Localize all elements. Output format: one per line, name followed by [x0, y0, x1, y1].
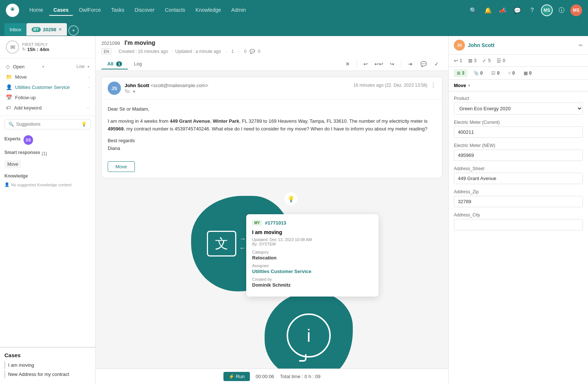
- assign-icon[interactable]: ⇥: [404, 59, 416, 69]
- email-icon: ✉: [6, 40, 19, 54]
- edit-icon[interactable]: ✏: [579, 43, 583, 48]
- search-icon[interactable]: 🔍: [467, 4, 479, 16]
- address-city-input[interactable]: [454, 219, 583, 230]
- email-actions: ✕ ↩ ↩↩ ↪ ⇥ 💬 ✓: [342, 57, 442, 71]
- email-header: 2021098 I'm moving EN · Created : 16 min…: [96, 36, 448, 71]
- cases-title: Cases: [4, 352, 91, 358]
- inbox-tab[interactable]: Inbox: [4, 23, 26, 36]
- add-keyword-item[interactable]: 🏷 Add keyword ···: [4, 103, 91, 113]
- panel-table-btn[interactable]: ▦ 0: [521, 69, 535, 77]
- popup-meta: Updated: Dec 13, 2023 10:08 AM By: SYSTE…: [252, 237, 373, 246]
- panel-grid-btn[interactable]: ⊞ 3: [454, 69, 467, 77]
- smart-response-move[interactable]: Move: [4, 160, 21, 168]
- followup-item[interactable]: 📅 Follow-up: [4, 92, 91, 103]
- action-sep-2: [401, 60, 401, 68]
- move-button[interactable]: Move: [108, 161, 135, 172]
- center-content: 2021098 I'm moving EN · Created : 16 min…: [96, 36, 448, 384]
- info-blob: i: [265, 291, 353, 369]
- email-subject: I'm moving: [125, 40, 155, 46]
- nav-contacts[interactable]: Contacts: [161, 5, 190, 16]
- panel-attach-btn[interactable]: 📎 0: [470, 69, 486, 77]
- tab-my-badge: MY: [32, 27, 41, 32]
- megaphone-icon[interactable]: 📣: [497, 4, 509, 16]
- greeting-text: Dear Sir or Madam,: [108, 105, 436, 113]
- popup-created-label: Created by: [252, 277, 373, 281]
- chat-icon[interactable]: 💬: [512, 4, 523, 16]
- nav-discover[interactable]: Discover: [130, 5, 159, 16]
- sender-avatar: JS: [108, 82, 121, 95]
- nav-cases[interactable]: Cases: [49, 5, 73, 16]
- address-zip-field: Address_Zip: [454, 189, 583, 207]
- user-avatar-2[interactable]: MS: [570, 4, 582, 16]
- svg-point-1: [11, 8, 12, 10]
- move-section: Move ▾: [449, 80, 588, 91]
- tab-close-icon[interactable]: ✕: [58, 27, 62, 32]
- main-layout: ✉ FIRST REPLY ↻ 15h : 44m ◇ Open ▾ Low ▾…: [0, 36, 588, 384]
- reply-icon[interactable]: ↩: [360, 59, 372, 69]
- tag-icon: 🏷: [6, 105, 11, 111]
- nav-knowledge[interactable]: Knowledge: [191, 5, 225, 16]
- contact-avatar: JS: [454, 40, 465, 51]
- user-avatar-1[interactable]: MS: [541, 4, 553, 16]
- more-options-icon[interactable]: ⋮: [430, 82, 436, 89]
- suggestions-input[interactable]: [16, 122, 79, 127]
- add-keyword-label: Add keyword: [14, 105, 83, 111]
- move-label: Move: [15, 74, 85, 80]
- case-item-2[interactable]: New Address for my contract: [4, 370, 91, 378]
- open-item[interactable]: ◇ Open ▾ Low ▾: [4, 61, 91, 72]
- active-case-tab[interactable]: MY 20298 ✕: [26, 23, 67, 36]
- help-circle-icon[interactable]: ⓘ: [556, 4, 567, 16]
- address-street-input[interactable]: [454, 173, 583, 184]
- folder-icon: 📁: [6, 74, 12, 80]
- to-dropdown-icon[interactable]: ▾: [133, 89, 135, 94]
- stat-docs: ☰ 0: [496, 58, 505, 64]
- inbox-tab-label: Inbox: [10, 27, 21, 32]
- tree-icon: ⑂: [508, 71, 511, 76]
- open-section: ◇ Open ▾ Low ▾ 📁 Move - 👤 Utilities Cust…: [0, 58, 95, 116]
- move-dropdown-icon[interactable]: ▾: [468, 83, 470, 87]
- nav-owlforce[interactable]: OwlForce: [75, 5, 105, 16]
- electric-meter-current-input[interactable]: [454, 126, 583, 138]
- cases-panel: Cases I am moving New Address for my con…: [0, 347, 95, 384]
- stat-tasks-count: 5: [488, 58, 491, 63]
- cases-stat-icon: ⊠: [468, 58, 473, 64]
- knowledge-title: Knowledge: [4, 173, 91, 179]
- chinese-char-icon: 文: [215, 235, 228, 253]
- help-icon[interactable]: ?: [526, 4, 538, 16]
- check-icon[interactable]: ✓: [431, 59, 442, 69]
- panel-check-btn[interactable]: ☑ 0: [488, 69, 502, 77]
- case-item-1[interactable]: I am moving: [4, 361, 91, 369]
- product-select[interactable]: Green Eco Energy 2020: [454, 103, 583, 115]
- address-zip-input[interactable]: [454, 196, 583, 207]
- first-reply-label: FIRST REPLY: [22, 42, 49, 47]
- run-button[interactable]: ⚡ Run: [223, 372, 250, 381]
- no-knowledge-icon: 👤: [4, 182, 10, 187]
- experts-section: Experts DS: [0, 132, 95, 148]
- add-tab-button[interactable]: +: [68, 25, 79, 36]
- tab-log[interactable]: Log: [128, 59, 148, 69]
- nav-tasks[interactable]: Tasks: [107, 5, 129, 16]
- close-action-icon[interactable]: ✕: [342, 59, 354, 69]
- signature-name: Diana: [108, 145, 436, 152]
- reply-all-icon[interactable]: ↩↩: [373, 59, 385, 69]
- popup-id: #1771013: [265, 220, 286, 226]
- contact-info: JS John Scott: [454, 40, 494, 51]
- suggestions-box[interactable]: 🔍 💡: [4, 119, 91, 129]
- bell-icon[interactable]: 🔔: [482, 4, 494, 16]
- right-panel-stats: ↩ 1 ⊠ 3 ✓ 5 ☰ 0: [449, 55, 588, 67]
- electric-meter-new-input[interactable]: [454, 150, 583, 161]
- action-sep-1: [356, 60, 357, 68]
- nav-admin[interactable]: Admin: [227, 5, 250, 16]
- popup-card: MY #1771013 I am moving Updated: Dec 13,…: [246, 214, 379, 297]
- panel-tree-btn[interactable]: ⑂ 0: [505, 69, 518, 77]
- forward-icon[interactable]: ↪: [386, 59, 398, 69]
- move-item[interactable]: 📁 Move -: [4, 72, 91, 82]
- popup-assignee-field: Assignee Utilities Customer Service: [252, 263, 373, 274]
- tab-all[interactable]: All 1: [101, 59, 128, 69]
- note-icon[interactable]: 💬: [417, 59, 429, 69]
- tab-all-count: 1: [116, 61, 122, 67]
- nav-home[interactable]: Home: [25, 5, 47, 16]
- move-arrow: -: [88, 75, 89, 79]
- utilities-item[interactable]: 👤 Utilities Customer Service -: [4, 82, 91, 92]
- electric-meter-new-label: Electric Meter (NEW): [454, 143, 583, 148]
